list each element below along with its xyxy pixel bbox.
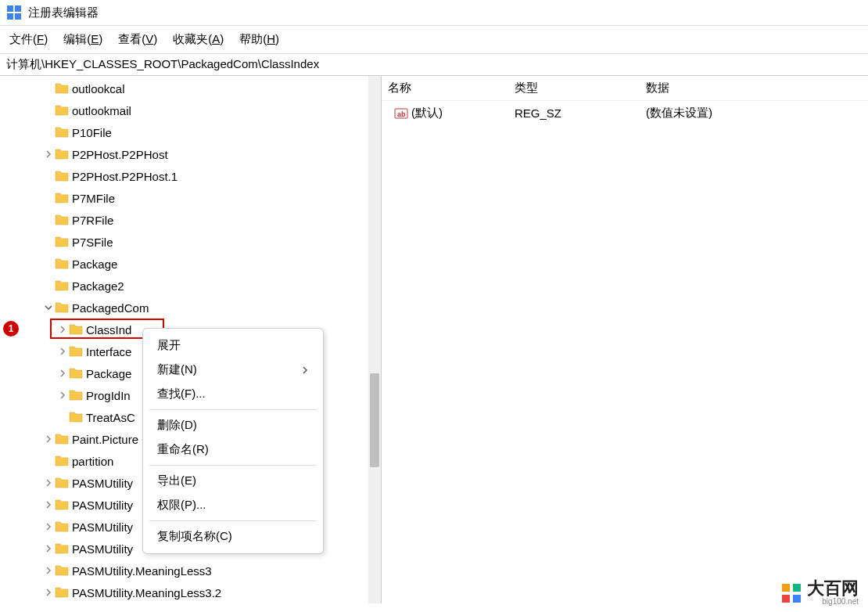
context-menu-item[interactable]: 查找(F)... [143,382,323,406]
tree-item-label: Paint.Picture [72,433,138,446]
menu-favorites[interactable]: 收藏夹(A) [170,31,227,49]
tree-item-label: P2PHost.P2PHost [72,148,168,161]
app-icon [6,5,22,20]
context-menu-item-label: 查找(F)... [157,387,206,401]
folder-icon [55,454,69,468]
tree-item[interactable]: Package2 [0,275,381,297]
chevron-right-icon[interactable] [42,435,55,443]
scrollbar-thumb[interactable] [370,373,379,467]
folder-icon [55,147,69,161]
context-menu-item-label: 新建(N) [157,362,197,377]
folder-icon [55,563,69,578]
svg-rect-1 [15,5,21,12]
folder-icon [55,257,69,271]
menu-view[interactable]: 查看(V) [115,31,160,49]
annotation-badge-1: 1 [3,321,19,337]
context-menu-separator [149,520,317,521]
window-title: 注册表编辑器 [28,5,99,20]
folder-icon [69,344,83,358]
svg-rect-0 [7,5,13,12]
chevron-right-icon[interactable] [56,369,69,377]
folder-icon [69,388,83,402]
tree-item-label: PASMUtility [72,542,133,556]
chevron-right-icon[interactable] [42,523,55,531]
context-menu-item-label: 删除(D) [157,418,197,433]
chevron-down-icon[interactable] [42,304,55,311]
context-menu-separator [149,465,317,466]
tree-item-label: partition [72,455,113,468]
tree-item[interactable]: P2PHost.P2PHost.1 [0,165,381,187]
tree-scrollbar[interactable] [368,76,381,603]
svg-text:ab: ab [397,110,406,118]
context-menu-item[interactable]: 复制项名称(C) [143,524,323,549]
chevron-right-icon[interactable] [42,479,55,487]
tree-item-label: PackagedCom [72,301,149,315]
tree-item-label: P7MFile [72,192,115,205]
tree-item[interactable]: PASMUtility.MeaningLess3.2 [0,581,381,603]
svg-rect-9 [793,595,801,603]
menu-help[interactable]: 帮助(H) [236,31,282,49]
tree-item-label: TreatAsC [86,411,135,424]
tree-item[interactable]: P7SFile [0,231,381,253]
context-menu-item[interactable]: 新建(N) [143,358,323,382]
address-bar[interactable]: 计算机\HKEY_CLASSES_ROOT\PackagedCom\ClassI… [0,54,868,76]
tree-item-label: PASMUtility.MeaningLess3 [72,564,212,578]
chevron-right-icon[interactable] [42,501,55,509]
watermark-url: big100.net [807,597,859,606]
tree-item[interactable]: P7RFile [0,209,381,231]
watermark-brand: 大百网 [807,578,859,598]
tree-item-label: P7RFile [72,214,113,227]
folder-icon [55,542,69,556]
context-menu-separator [149,409,317,410]
folder-icon [55,279,69,293]
value-name: (默认) [411,106,443,121]
folder-icon [55,103,69,117]
tree-item[interactable]: P7MFile [0,187,381,209]
chevron-right-icon[interactable] [42,567,55,574]
context-menu-item-label: 权限(P)... [157,498,206,513]
column-header-name[interactable]: 名称 [382,81,515,95]
context-menu-item-label: 重命名(R) [157,442,209,457]
tree-item[interactable]: P10File [0,121,381,143]
context-menu-item[interactable]: 导出(E) [143,469,323,493]
tree-panel: outlookcaloutlookmailP10FileP2PHost.P2PH… [0,76,382,603]
tree-item-label: Package [86,367,131,380]
chevron-right-icon [301,363,309,376]
context-menu: 展开新建(N)查找(F)...删除(D)重命名(R)导出(E)权限(P)...复… [142,328,324,554]
folder-icon [55,498,69,512]
tree-item-label: PASMUtility [72,520,133,534]
chevron-right-icon[interactable] [42,150,55,158]
main-panel: outlookcaloutlookmailP10FileP2PHost.P2PH… [0,76,868,603]
values-header: 名称 类型 数据 [382,76,868,101]
context-menu-item[interactable]: 权限(P)... [143,493,323,517]
chevron-right-icon[interactable] [56,347,69,355]
menu-bar: 文件(F) 编辑(E) 查看(V) 收藏夹(A) 帮助(H) [0,26,868,54]
context-menu-item[interactable]: 删除(D) [143,413,323,437]
svg-rect-2 [7,13,13,20]
folder-icon [55,213,69,227]
chevron-right-icon[interactable] [42,545,55,553]
chevron-right-icon[interactable] [42,589,55,596]
column-header-type[interactable]: 类型 [515,81,646,95]
menu-edit[interactable]: 编辑(E) [60,31,106,49]
tree-item[interactable]: Package [0,253,381,275]
column-header-data[interactable]: 数据 [646,81,868,95]
tree-item[interactable]: P2PHost.P2PHost [0,143,381,165]
tree-item-label: Interface [86,345,131,358]
tree-item-label: P7SFile [72,236,113,249]
tree-item[interactable]: PASMUtility.MeaningLess3 [0,560,381,581]
tree-item-label: PASMUtility.MeaningLess3.2 [72,586,221,599]
context-menu-item[interactable]: 重命名(R) [143,437,323,462]
chevron-right-icon[interactable] [56,391,69,399]
context-menu-item[interactable]: 展开 [143,333,323,358]
folder-icon [55,432,69,446]
tree-item[interactable]: PackagedCom [0,297,381,319]
tree-item-label: PASMUtility [72,477,133,490]
menu-file[interactable]: 文件(F) [6,31,51,49]
tree-item[interactable]: outlookcal [0,77,381,99]
title-bar: 注册表编辑器 [0,0,868,26]
tree-item-label: outlookmail [72,104,131,117]
value-row[interactable]: ab(默认)REG_SZ(数值未设置) [382,101,868,125]
context-menu-item-label: 展开 [157,338,181,353]
tree-item[interactable]: outlookmail [0,99,381,121]
